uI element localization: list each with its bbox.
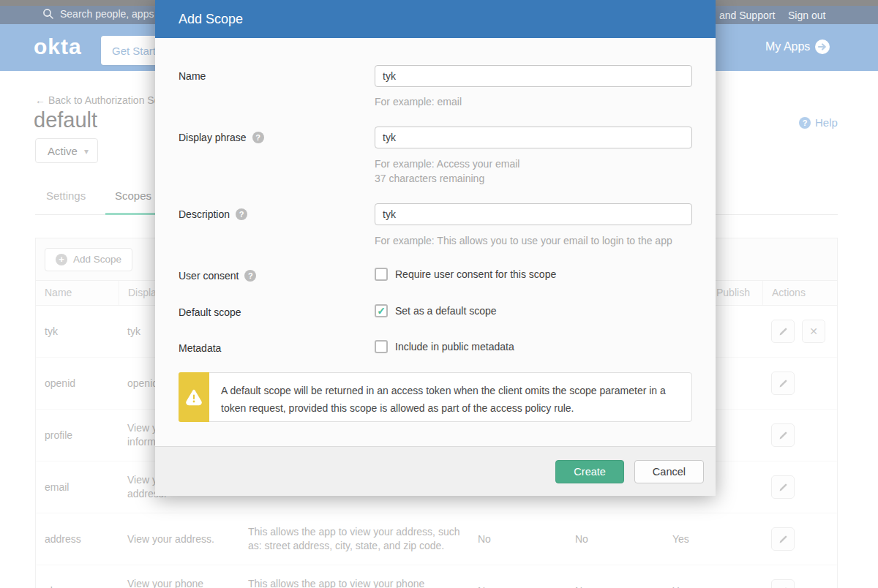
default-scope-label: Default scope (179, 306, 241, 318)
user-consent-row: Require user consent for this scope (375, 268, 556, 281)
metadata-label: Metadata (179, 342, 221, 354)
screen: Search people, apps and Support Sign out… (0, 0, 878, 588)
description-hint: For example: This allows you to use your… (375, 235, 672, 246)
display-phrase-hint: For example: Access your email (375, 158, 519, 170)
modal-title: Add Scope (179, 0, 243, 38)
display-phrase-label: Display phrase (179, 132, 264, 143)
user-consent-checkbox-label: Require user consent for this scope (395, 268, 556, 280)
display-phrase-field[interactable] (375, 127, 692, 148)
user-consent-checkbox[interactable] (375, 268, 388, 281)
name-label: Name (179, 70, 206, 82)
modal-header: Add Scope (155, 0, 716, 38)
warning-callout: A default scope will be returned in an a… (179, 372, 692, 422)
description-field[interactable] (375, 203, 692, 225)
metadata-row: Include in public metadata (375, 340, 514, 353)
create-button[interactable]: Create (555, 460, 624, 483)
metadata-checkbox-label: Include in public metadata (395, 341, 514, 353)
cancel-button[interactable]: Cancel (634, 460, 704, 483)
user-consent-label: User consent (179, 270, 256, 282)
warning-strip (179, 372, 209, 422)
name-hint: For example: email (375, 96, 462, 108)
default-scope-checkbox-label: Set as a default scope (395, 305, 497, 317)
help-tooltip-icon[interactable] (252, 132, 264, 143)
warning-icon (184, 387, 204, 407)
help-tooltip-icon[interactable] (244, 270, 256, 282)
warning-text: A default scope will be returned in an a… (209, 373, 691, 421)
help-tooltip-icon[interactable] (236, 208, 247, 220)
add-scope-modal: Add Scope Name For example: email Displa… (155, 0, 716, 496)
modal-footer: Create Cancel (155, 446, 716, 496)
name-field[interactable] (375, 65, 692, 87)
default-scope-row: Set as a default scope (375, 304, 497, 317)
default-scope-checkbox[interactable] (375, 304, 388, 317)
characters-remaining: 37 characters remaining (375, 173, 484, 184)
description-label: Description (179, 208, 247, 220)
metadata-checkbox[interactable] (375, 340, 388, 353)
